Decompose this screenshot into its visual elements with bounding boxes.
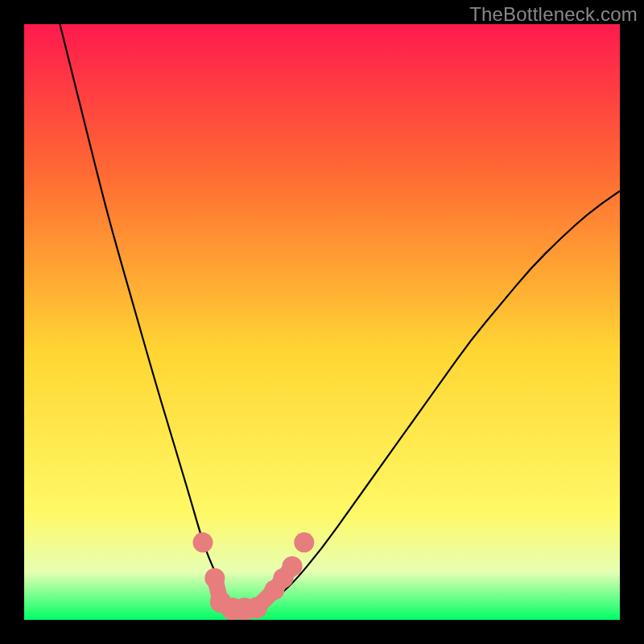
- data-marker: [246, 597, 267, 619]
- data-marker: [192, 532, 213, 552]
- watermark-text: TheBottleneck.com: [469, 3, 638, 26]
- gradient-background: [24, 24, 620, 620]
- chart-frame: TheBottleneck.com: [0, 0, 644, 644]
- plot-area: [24, 24, 620, 620]
- data-marker: [294, 532, 314, 552]
- data-marker: [282, 556, 302, 576]
- bottleneck-chart: [24, 24, 620, 620]
- data-marker: [204, 568, 225, 588]
